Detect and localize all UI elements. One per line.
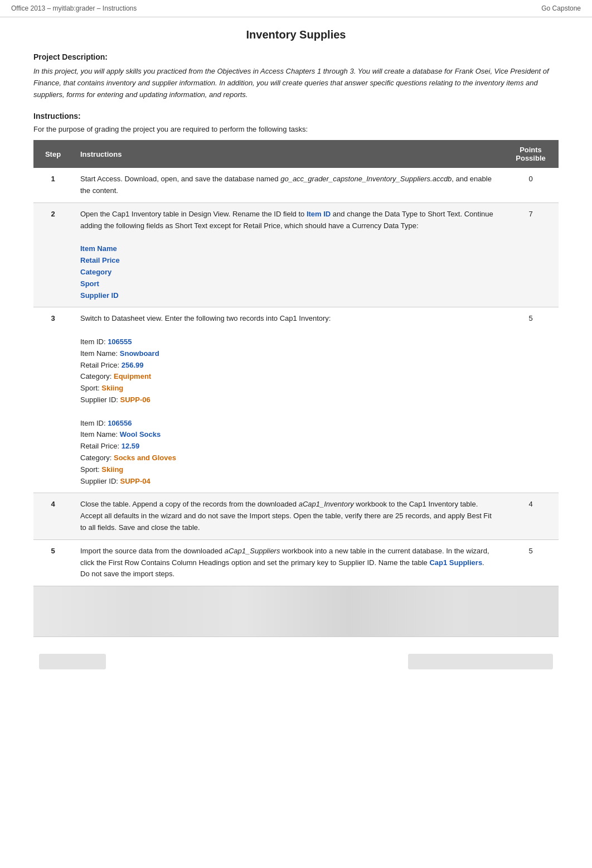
bottom-blur-block-right: [408, 654, 553, 669]
step-instructions: Open the Cap1 Inventory table in Design …: [72, 202, 503, 307]
step-instructions: Import the source data from the download…: [72, 539, 503, 586]
step-number: 5: [33, 539, 72, 586]
step-number: 2: [33, 202, 72, 307]
step-instructions: Start Access. Download, open, and save t…: [72, 168, 503, 202]
col-step: Step: [33, 140, 72, 168]
record2-supplier-id: SUPP-04: [120, 477, 151, 485]
top-bar-left: Office 2013 – myitlab:grader – Instructi…: [11, 4, 137, 12]
record1-sport: Skiing: [101, 384, 123, 392]
field-retail-price: Retail Price: [80, 256, 120, 264]
step-points: 0: [503, 168, 559, 202]
suppliers-workbook-italic: aCap1_Suppliers: [225, 547, 280, 555]
record1-supplier-id: SUPP-06: [120, 396, 151, 404]
record1-item-name: Snowboard: [120, 349, 159, 358]
step-number: 1: [33, 168, 72, 202]
project-description-heading: Project Description:: [33, 52, 559, 61]
record1-item-id: 106555: [108, 337, 132, 346]
record2-category: Socks and Gloves: [114, 454, 176, 462]
top-bar-right: Go Capstone: [541, 4, 581, 12]
record2-retail-price: 12.59: [122, 442, 140, 450]
step-points: 5: [503, 307, 559, 493]
instructions-table: Step Instructions Points Possible 1 Star…: [33, 140, 559, 637]
project-description: In this project, you will apply skills y…: [33, 66, 559, 100]
table-name-highlight: Cap1 Suppliers: [429, 558, 482, 567]
table-row: 4 Close the table. Append a copy of the …: [33, 493, 559, 539]
record1-category: Equipment: [114, 372, 151, 380]
field-category: Category: [80, 268, 111, 276]
bottom-blurred-area: [33, 654, 559, 669]
blurred-row: [33, 586, 559, 637]
step-points: 7: [503, 202, 559, 307]
record2-item-name: Wool Socks: [120, 430, 161, 438]
field-supplier-id: Supplier ID: [80, 291, 119, 300]
page-title: Inventory Supplies: [33, 28, 559, 41]
record1-retail-price: 256.99: [122, 361, 144, 369]
step-instructions: Switch to Datasheet view. Enter the foll…: [72, 307, 503, 493]
table-row: 2 Open the Cap1 Inventory table in Desig…: [33, 202, 559, 307]
step-instructions: Close the table. Append a copy of the re…: [72, 493, 503, 539]
step-points: 5: [503, 539, 559, 586]
filename-italic: go_acc_grader_capstone_Inventory_Supplie…: [280, 175, 452, 183]
field-sport: Sport: [80, 279, 99, 288]
field-item-name: Item Name: [80, 244, 117, 253]
step-number: 3: [33, 307, 72, 493]
highlight-item-id: Item ID: [307, 210, 331, 218]
col-instructions: Instructions: [72, 140, 503, 168]
record2-sport: Skiing: [101, 465, 123, 474]
bottom-blur-block-left: [39, 654, 106, 669]
record2-item-id: 106556: [108, 419, 132, 427]
table-row: 5 Import the source data from the downlo…: [33, 539, 559, 586]
instructions-intro: For the purpose of grading the project y…: [33, 125, 559, 133]
workbook-name-italic: aCap1_Inventory: [299, 500, 354, 508]
instructions-heading: Instructions:: [33, 112, 559, 120]
step-points: 4: [503, 493, 559, 539]
table-row: 3 Switch to Datasheet view. Enter the fo…: [33, 307, 559, 493]
step-number: 4: [33, 493, 72, 539]
table-row: 1 Start Access. Download, open, and save…: [33, 168, 559, 202]
top-bar: Office 2013 – myitlab:grader – Instructi…: [0, 0, 592, 17]
col-points: Points Possible: [503, 140, 559, 168]
main-content: Inventory Supplies Project Description: …: [0, 17, 592, 692]
